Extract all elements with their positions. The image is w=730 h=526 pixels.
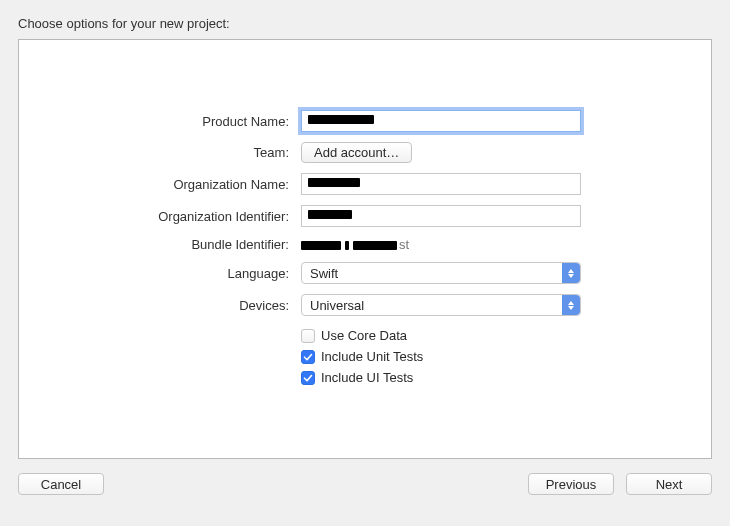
devices-label: Devices: (19, 298, 289, 313)
unit-tests-label: Include Unit Tests (321, 349, 423, 364)
add-account-button[interactable]: Add account… (301, 142, 412, 163)
product-name-label: Product Name: (19, 114, 289, 129)
team-label: Team: (19, 145, 289, 160)
chevron-updown-icon (562, 263, 580, 283)
page-title: Choose options for your new project: (18, 16, 712, 31)
core-data-label: Use Core Data (321, 328, 407, 343)
language-selected: Swift (310, 266, 338, 281)
bundle-identifier-label: Bundle Identifier: (19, 237, 289, 252)
previous-label: Previous (546, 477, 597, 492)
next-label: Next (656, 477, 683, 492)
language-label: Language: (19, 266, 289, 281)
core-data-checkbox[interactable] (301, 329, 315, 343)
add-account-label: Add account… (314, 145, 399, 160)
cancel-label: Cancel (41, 477, 81, 492)
organization-name-label: Organization Name: (19, 177, 289, 192)
ui-tests-checkbox[interactable] (301, 371, 315, 385)
devices-popup[interactable]: Universal (301, 294, 581, 316)
organization-identifier-label: Organization Identifier: (19, 209, 289, 224)
bundle-identifier-value: st (301, 237, 601, 252)
organization-name-input[interactable] (301, 173, 581, 195)
next-button[interactable]: Next (626, 473, 712, 495)
unit-tests-checkbox[interactable] (301, 350, 315, 364)
chevron-updown-icon (562, 295, 580, 315)
product-name-input[interactable] (301, 110, 581, 132)
devices-selected: Universal (310, 298, 364, 313)
organization-identifier-input[interactable] (301, 205, 581, 227)
cancel-button[interactable]: Cancel (18, 473, 104, 495)
language-popup[interactable]: Swift (301, 262, 581, 284)
previous-button[interactable]: Previous (528, 473, 614, 495)
options-panel: Product Name: Team: Add account… Organiz… (18, 39, 712, 459)
ui-tests-label: Include UI Tests (321, 370, 413, 385)
